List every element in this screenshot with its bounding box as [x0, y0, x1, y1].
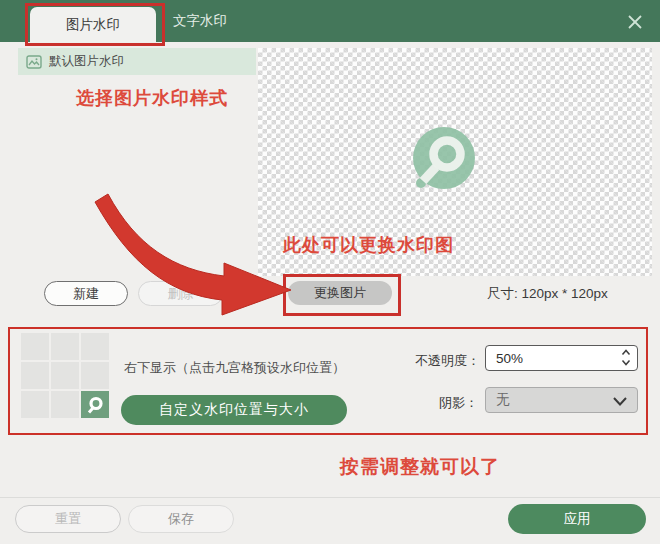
mini-watermark-logo-icon	[85, 395, 105, 415]
image-icon	[26, 55, 42, 69]
tab-image-watermark[interactable]: 图片水印	[30, 7, 156, 42]
grid-cell-5[interactable]	[81, 362, 109, 389]
chevron-down-small-icon	[621, 358, 631, 367]
opacity-value: 50%	[496, 351, 523, 366]
spinner-arrows[interactable]	[621, 348, 631, 367]
new-button[interactable]: 新建	[44, 281, 128, 306]
position-hint-label: 右下显示（点击九宫格预设水印位置）	[124, 359, 345, 377]
grid-cell-2[interactable]	[81, 333, 109, 360]
watermark-dialog: 图片水印 文字水印 默认图片水印 选择图片水印样式 此处可以更换水印图 新	[0, 0, 660, 544]
watermark-list-item-label: 默认图片水印	[49, 53, 124, 70]
grid-cell-3[interactable]	[21, 362, 49, 389]
save-button[interactable]: 保存	[128, 505, 234, 533]
watermark-preview-canvas[interactable]: 此处可以更换水印图	[258, 48, 652, 276]
annotation-choose-style: 选择图片水印样式	[76, 86, 228, 110]
close-icon	[626, 13, 644, 31]
change-image-button[interactable]: 更换图片	[288, 281, 392, 305]
title-bar: 图片水印 文字水印	[0, 0, 660, 42]
shadow-value: 无	[496, 391, 510, 409]
apply-button[interactable]: 应用	[508, 504, 646, 534]
grid-cell-6[interactable]	[21, 391, 49, 418]
grid-cell-0[interactable]	[21, 333, 49, 360]
size-label: 尺寸: 120px * 120px	[487, 285, 608, 303]
shadow-label: 阴影：	[439, 394, 478, 412]
opacity-label: 不透明度：	[415, 352, 480, 370]
grid-cell-4[interactable]	[51, 362, 79, 389]
chevron-down-icon	[612, 395, 628, 407]
grid-cell-8[interactable]	[81, 391, 109, 418]
grid-cell-7[interactable]	[51, 391, 79, 418]
reset-button[interactable]: 重置	[15, 505, 121, 533]
footer-divider	[0, 497, 660, 498]
position-grid	[21, 333, 109, 418]
opacity-spinner[interactable]: 50%	[485, 345, 638, 371]
watermark-list-item-default[interactable]: 默认图片水印	[18, 48, 256, 75]
customize-position-button[interactable]: 自定义水印位置与大小	[121, 395, 347, 425]
shadow-dropdown[interactable]: 无	[485, 387, 638, 413]
watermark-logo-icon[interactable]	[412, 126, 476, 190]
close-button[interactable]	[624, 11, 646, 33]
annotation-adjust-hint: 按需调整就可以了	[340, 454, 500, 480]
delete-button[interactable]: 删除	[138, 281, 223, 306]
chevron-up-icon	[621, 348, 631, 357]
tab-text-watermark[interactable]: 文字水印	[160, 0, 240, 42]
grid-cell-1[interactable]	[51, 333, 79, 360]
annotation-change-hint: 此处可以更换水印图	[283, 233, 454, 257]
